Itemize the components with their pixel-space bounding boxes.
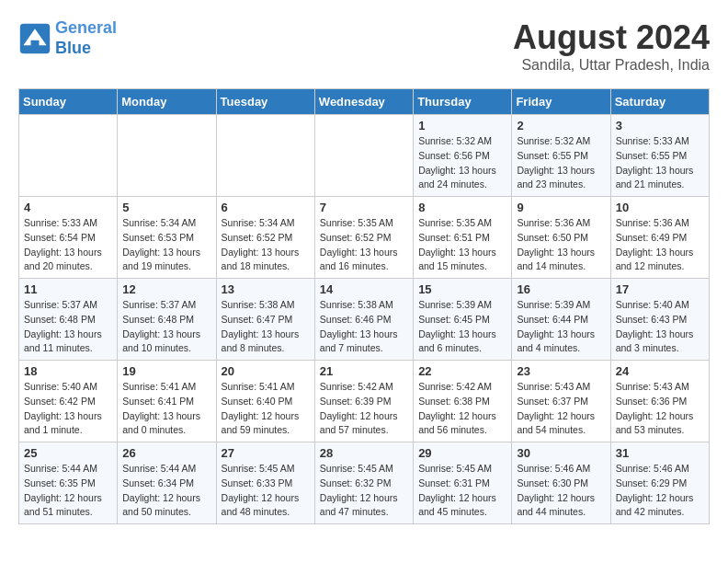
day-number: 7 bbox=[320, 201, 408, 214]
calendar-cell: 29Sunrise: 5:45 AM Sunset: 6:31 PM Dayli… bbox=[414, 442, 512, 524]
calendar-cell: 25Sunrise: 5:44 AM Sunset: 6:35 PM Dayli… bbox=[19, 442, 118, 524]
day-number: 9 bbox=[517, 201, 605, 214]
calendar-header-row: SundayMondayTuesdayWednesdayThursdayFrid… bbox=[19, 89, 710, 115]
day-number: 5 bbox=[122, 201, 210, 214]
calendar-cell: 11Sunrise: 5:37 AM Sunset: 6:48 PM Dayli… bbox=[19, 279, 118, 361]
day-info: Sunrise: 5:35 AM Sunset: 6:52 PM Dayligh… bbox=[320, 216, 408, 274]
day-info: Sunrise: 5:40 AM Sunset: 6:42 PM Dayligh… bbox=[24, 380, 112, 438]
day-number: 29 bbox=[418, 446, 506, 460]
calendar-cell: 14Sunrise: 5:38 AM Sunset: 6:46 PM Dayli… bbox=[314, 279, 413, 361]
calendar-cell: 19Sunrise: 5:41 AM Sunset: 6:41 PM Dayli… bbox=[118, 361, 216, 442]
calendar-cell: 2Sunrise: 5:32 AM Sunset: 6:55 PM Daylig… bbox=[512, 115, 610, 197]
calendar-cell: 3Sunrise: 5:33 AM Sunset: 6:55 PM Daylig… bbox=[610, 115, 709, 197]
logo: General Blue bbox=[18, 18, 117, 58]
calendar-week-row: 1Sunrise: 5:32 AM Sunset: 6:56 PM Daylig… bbox=[19, 115, 710, 197]
month-year-title: August 2024 bbox=[513, 18, 710, 57]
day-info: Sunrise: 5:33 AM Sunset: 6:54 PM Dayligh… bbox=[24, 216, 112, 274]
day-info: Sunrise: 5:45 AM Sunset: 6:31 PM Dayligh… bbox=[418, 462, 506, 520]
header-cell-wednesday: Wednesday bbox=[314, 89, 413, 115]
day-info: Sunrise: 5:45 AM Sunset: 6:33 PM Dayligh… bbox=[222, 462, 310, 520]
svg-rect-2 bbox=[31, 40, 40, 46]
day-info: Sunrise: 5:46 AM Sunset: 6:29 PM Dayligh… bbox=[616, 462, 704, 520]
day-info: Sunrise: 5:46 AM Sunset: 6:30 PM Dayligh… bbox=[517, 462, 605, 520]
calendar-cell: 5Sunrise: 5:34 AM Sunset: 6:53 PM Daylig… bbox=[118, 197, 216, 279]
day-number: 31 bbox=[616, 446, 704, 460]
calendar-cell: 6Sunrise: 5:34 AM Sunset: 6:52 PM Daylig… bbox=[216, 197, 314, 279]
day-number: 10 bbox=[616, 201, 704, 214]
day-number: 21 bbox=[320, 364, 408, 378]
day-number: 2 bbox=[517, 119, 605, 132]
day-number: 24 bbox=[616, 364, 704, 378]
day-number: 15 bbox=[418, 282, 506, 296]
calendar-cell: 21Sunrise: 5:42 AM Sunset: 6:39 PM Dayli… bbox=[314, 361, 413, 442]
day-info: Sunrise: 5:42 AM Sunset: 6:38 PM Dayligh… bbox=[418, 380, 506, 438]
calendar-cell bbox=[118, 115, 216, 197]
calendar-cell bbox=[19, 115, 118, 197]
day-info: Sunrise: 5:43 AM Sunset: 6:36 PM Dayligh… bbox=[616, 380, 704, 438]
day-info: Sunrise: 5:41 AM Sunset: 6:40 PM Dayligh… bbox=[222, 380, 310, 438]
logo-text: General Blue bbox=[55, 18, 117, 58]
calendar-cell bbox=[314, 115, 413, 197]
day-info: Sunrise: 5:37 AM Sunset: 6:48 PM Dayligh… bbox=[24, 298, 112, 356]
calendar-week-row: 11Sunrise: 5:37 AM Sunset: 6:48 PM Dayli… bbox=[19, 279, 710, 361]
calendar-cell bbox=[216, 115, 314, 197]
location-subtitle: Sandila, Uttar Pradesh, India bbox=[513, 57, 710, 74]
day-info: Sunrise: 5:32 AM Sunset: 6:56 PM Dayligh… bbox=[418, 134, 506, 192]
day-number: 16 bbox=[517, 282, 605, 296]
day-info: Sunrise: 5:42 AM Sunset: 6:39 PM Dayligh… bbox=[320, 380, 408, 438]
day-info: Sunrise: 5:36 AM Sunset: 6:49 PM Dayligh… bbox=[616, 216, 704, 274]
day-info: Sunrise: 5:38 AM Sunset: 6:47 PM Dayligh… bbox=[222, 298, 310, 356]
logo-icon bbox=[18, 22, 51, 55]
calendar-cell: 23Sunrise: 5:43 AM Sunset: 6:37 PM Dayli… bbox=[512, 361, 610, 442]
day-number: 26 bbox=[122, 446, 210, 460]
calendar-cell: 16Sunrise: 5:39 AM Sunset: 6:44 PM Dayli… bbox=[512, 279, 610, 361]
day-info: Sunrise: 5:38 AM Sunset: 6:46 PM Dayligh… bbox=[320, 298, 408, 356]
day-info: Sunrise: 5:37 AM Sunset: 6:48 PM Dayligh… bbox=[122, 298, 210, 356]
day-info: Sunrise: 5:44 AM Sunset: 6:34 PM Dayligh… bbox=[122, 462, 210, 520]
calendar-cell: 20Sunrise: 5:41 AM Sunset: 6:40 PM Dayli… bbox=[216, 361, 314, 442]
logo-line2: Blue bbox=[55, 39, 91, 57]
day-info: Sunrise: 5:34 AM Sunset: 6:53 PM Dayligh… bbox=[122, 216, 210, 274]
day-info: Sunrise: 5:33 AM Sunset: 6:55 PM Dayligh… bbox=[616, 134, 704, 192]
header-cell-thursday: Thursday bbox=[414, 89, 512, 115]
calendar-cell: 28Sunrise: 5:45 AM Sunset: 6:32 PM Dayli… bbox=[314, 442, 413, 524]
day-info: Sunrise: 5:45 AM Sunset: 6:32 PM Dayligh… bbox=[320, 462, 408, 520]
day-info: Sunrise: 5:41 AM Sunset: 6:41 PM Dayligh… bbox=[122, 380, 210, 438]
calendar-cell: 22Sunrise: 5:42 AM Sunset: 6:38 PM Dayli… bbox=[414, 361, 512, 442]
day-number: 14 bbox=[320, 282, 408, 296]
day-number: 1 bbox=[418, 119, 506, 132]
day-number: 28 bbox=[320, 446, 408, 460]
calendar-cell: 7Sunrise: 5:35 AM Sunset: 6:52 PM Daylig… bbox=[314, 197, 413, 279]
day-info: Sunrise: 5:32 AM Sunset: 6:55 PM Dayligh… bbox=[517, 134, 605, 192]
day-number: 30 bbox=[517, 446, 605, 460]
calendar-week-row: 18Sunrise: 5:40 AM Sunset: 6:42 PM Dayli… bbox=[19, 361, 710, 442]
day-number: 11 bbox=[24, 282, 112, 296]
day-info: Sunrise: 5:34 AM Sunset: 6:52 PM Dayligh… bbox=[222, 216, 310, 274]
day-number: 17 bbox=[616, 282, 704, 296]
calendar-cell: 18Sunrise: 5:40 AM Sunset: 6:42 PM Dayli… bbox=[19, 361, 118, 442]
day-number: 27 bbox=[222, 446, 310, 460]
page-header: General Blue August 2024 Sandila, Uttar … bbox=[18, 18, 710, 74]
calendar-cell: 13Sunrise: 5:38 AM Sunset: 6:47 PM Dayli… bbox=[216, 279, 314, 361]
calendar-week-row: 4Sunrise: 5:33 AM Sunset: 6:54 PM Daylig… bbox=[19, 197, 710, 279]
calendar-cell: 9Sunrise: 5:36 AM Sunset: 6:50 PM Daylig… bbox=[512, 197, 610, 279]
header-cell-friday: Friday bbox=[512, 89, 610, 115]
calendar-cell: 10Sunrise: 5:36 AM Sunset: 6:49 PM Dayli… bbox=[610, 197, 709, 279]
day-number: 13 bbox=[222, 282, 310, 296]
calendar-cell: 8Sunrise: 5:35 AM Sunset: 6:51 PM Daylig… bbox=[414, 197, 512, 279]
day-info: Sunrise: 5:39 AM Sunset: 6:45 PM Dayligh… bbox=[418, 298, 506, 356]
day-number: 4 bbox=[24, 201, 112, 214]
day-number: 18 bbox=[24, 364, 112, 378]
calendar-cell: 31Sunrise: 5:46 AM Sunset: 6:29 PM Dayli… bbox=[610, 442, 709, 524]
calendar-week-row: 25Sunrise: 5:44 AM Sunset: 6:35 PM Dayli… bbox=[19, 442, 710, 524]
title-block: August 2024 Sandila, Uttar Pradesh, Indi… bbox=[513, 18, 710, 74]
calendar-body: 1Sunrise: 5:32 AM Sunset: 6:56 PM Daylig… bbox=[19, 115, 710, 524]
day-number: 25 bbox=[24, 446, 112, 460]
day-number: 8 bbox=[418, 201, 506, 214]
logo-line1: General bbox=[55, 18, 117, 37]
header-cell-monday: Monday bbox=[118, 89, 216, 115]
day-number: 12 bbox=[122, 282, 210, 296]
calendar-cell: 24Sunrise: 5:43 AM Sunset: 6:36 PM Dayli… bbox=[610, 361, 709, 442]
day-info: Sunrise: 5:39 AM Sunset: 6:44 PM Dayligh… bbox=[517, 298, 605, 356]
calendar-cell: 4Sunrise: 5:33 AM Sunset: 6:54 PM Daylig… bbox=[19, 197, 118, 279]
